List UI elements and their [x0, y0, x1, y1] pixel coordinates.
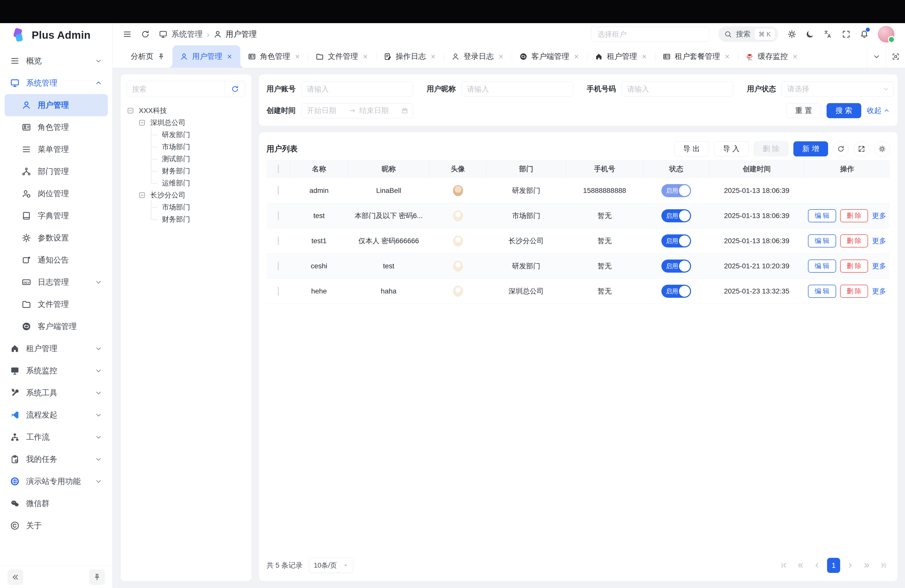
next-5-pages-button[interactable] [860, 558, 873, 573]
sidebar-item-system-tools[interactable]: 系统工具 [5, 382, 108, 404]
first-page-button[interactable] [777, 558, 791, 573]
sidebar-item-workflow[interactable]: 工作流 [5, 426, 108, 448]
tab-file-mgmt[interactable]: 文件管理 [308, 45, 376, 68]
table-refresh-button[interactable] [833, 141, 849, 157]
global-search-button[interactable]: 搜索 ⌘ K [718, 26, 778, 42]
user-state-select[interactable]: 请选择 [781, 81, 894, 97]
more-button[interactable]: 更多 [872, 211, 886, 221]
tab-analysis[interactable]: 分析页 [123, 45, 173, 68]
tree-search-input[interactable] [127, 85, 225, 93]
close-icon[interactable] [226, 53, 233, 60]
row-checkbox[interactable] [278, 287, 279, 296]
settings-gear-icon[interactable] [788, 30, 796, 39]
sidebar-item-about[interactable]: 关于 [5, 515, 108, 537]
tab-role-mgmt[interactable]: 角色管理 [240, 45, 308, 68]
next-page-button[interactable] [844, 558, 857, 573]
tree-node-cs-finance-dept[interactable]: 财务部门 [162, 213, 245, 225]
sidebar-item-wechat-group[interactable]: 微信群 [5, 493, 108, 515]
sidebar-item-dict-mgmt[interactable]: 字典管理 [5, 205, 108, 227]
sidebar-item-post-mgmt[interactable]: 岗位管理 [5, 183, 108, 205]
sidebar-item-tenant-mgmt[interactable]: 租户管理 [5, 337, 108, 360]
more-button[interactable]: 更多 [872, 286, 886, 296]
status-toggle[interactable]: 启用 [661, 184, 691, 197]
close-icon[interactable] [294, 53, 301, 60]
select-all-checkbox[interactable] [278, 164, 279, 173]
tree-node-ops-dept[interactable]: 运维部门 [162, 177, 245, 189]
close-icon[interactable] [792, 53, 799, 60]
export-button[interactable]: 导出 [674, 141, 709, 156]
sidebar-item-my-tasks[interactable]: 我的任务 [5, 448, 108, 470]
prev-page-button[interactable] [810, 558, 824, 573]
add-button[interactable]: 新增 [793, 141, 828, 156]
tree-node-finance-dept[interactable]: 财务部门 [162, 165, 245, 177]
refresh-icon[interactable] [141, 30, 150, 39]
row-checkbox[interactable] [278, 186, 279, 195]
date-range-picker[interactable]: 开始日期 结束日期 [301, 103, 413, 118]
close-icon[interactable] [724, 53, 730, 60]
tab-client-mgmt[interactable]: 客户端管理 [512, 45, 587, 68]
delete-row-button[interactable]: 删除 [840, 259, 868, 273]
translate-icon[interactable] [824, 30, 833, 39]
tab-tenant-mgmt[interactable]: 租户管理 [587, 45, 655, 68]
sidebar-item-demo-features[interactable]: 演示站专用功能 [5, 470, 108, 493]
tree-node-changsha[interactable]: 长沙分公司 [138, 189, 245, 201]
close-icon[interactable] [430, 53, 437, 60]
prev-5-pages-button[interactable] [794, 558, 807, 573]
import-button[interactable]: 导入 [714, 141, 749, 156]
row-checkbox[interactable] [278, 262, 279, 270]
tree-node-market-dept[interactable]: 市场部门 [162, 141, 245, 153]
sidebar-item-system-mgmt[interactable]: 系统管理 [5, 72, 108, 94]
tenant-select-input[interactable] [591, 27, 709, 42]
close-icon[interactable] [498, 53, 504, 60]
breadcrumb-section[interactable]: 系统管理 [171, 29, 203, 40]
delete-row-button[interactable]: 删除 [840, 285, 868, 298]
nickname-input[interactable] [461, 81, 573, 97]
status-toggle[interactable]: 启用 [661, 234, 691, 248]
tree-node-test-dept[interactable]: 测试部门 [162, 153, 245, 165]
sidebar-item-role-mgmt[interactable]: 角色管理 [5, 116, 108, 138]
sidebar-item-log-mgmt[interactable]: 日志管理 [5, 271, 108, 293]
fullscreen-icon[interactable] [841, 30, 851, 39]
sidebar-item-menu-mgmt[interactable]: 菜单管理 [5, 138, 108, 161]
last-page-button[interactable] [877, 558, 890, 573]
dark-mode-moon-icon[interactable] [805, 30, 814, 39]
account-input[interactable] [301, 81, 413, 97]
content-fullscreen-button[interactable] [886, 45, 905, 68]
pin-icon[interactable] [157, 53, 165, 60]
notifications-button[interactable] [860, 29, 869, 39]
edit-button[interactable]: 编辑 [808, 234, 836, 248]
delete-row-button[interactable]: 删除 [840, 234, 868, 248]
row-checkbox[interactable] [278, 237, 279, 245]
row-checkbox[interactable] [278, 211, 279, 220]
tab-login-log[interactable]: 登录日志 [444, 45, 512, 68]
user-avatar[interactable] [878, 26, 894, 43]
status-toggle[interactable]: 启用 [661, 259, 691, 273]
app-logo[interactable]: Plus Admin [0, 23, 113, 47]
edit-button[interactable]: 编辑 [808, 285, 836, 298]
more-button[interactable]: 更多 [872, 261, 886, 271]
sidebar-item-overview[interactable]: 概览 [5, 50, 108, 72]
tab-cache-monitor[interactable]: 缓存监控 [738, 45, 806, 68]
tab-user-mgmt[interactable]: 用户管理 [173, 45, 240, 68]
collapse-minus-icon[interactable] [127, 107, 134, 114]
sidebar-item-notice[interactable]: 通知公告 [5, 249, 108, 271]
search-button[interactable]: 搜索 [827, 103, 861, 118]
tree-refresh-button[interactable] [225, 81, 245, 97]
sidebar-item-process-start[interactable]: 流程发起 [5, 404, 108, 426]
sidebar-item-system-monitor[interactable]: 系统监控 [5, 360, 108, 382]
hamburger-icon[interactable] [123, 30, 132, 39]
edit-button[interactable]: 编辑 [808, 209, 836, 222]
tree-node-root[interactable]: XXX科技 [127, 105, 245, 117]
sidebar-item-user-mgmt[interactable]: 用户管理 [5, 94, 108, 116]
status-toggle[interactable]: 启用 [661, 285, 691, 298]
edit-button[interactable]: 编辑 [808, 259, 836, 273]
tree-node-cs-market-dept[interactable]: 市场部门 [162, 201, 245, 213]
collapse-minus-icon[interactable] [138, 191, 146, 199]
collapse-minus-icon[interactable] [138, 119, 146, 127]
sidebar-pin-button[interactable] [89, 569, 105, 585]
table-fullscreen-button[interactable] [854, 141, 869, 157]
sidebar-item-client-mgmt[interactable]: 客户端管理 [5, 315, 108, 337]
phone-input[interactable] [621, 81, 733, 97]
close-icon[interactable] [573, 53, 580, 60]
delete-button[interactable]: 删除 [754, 141, 788, 156]
